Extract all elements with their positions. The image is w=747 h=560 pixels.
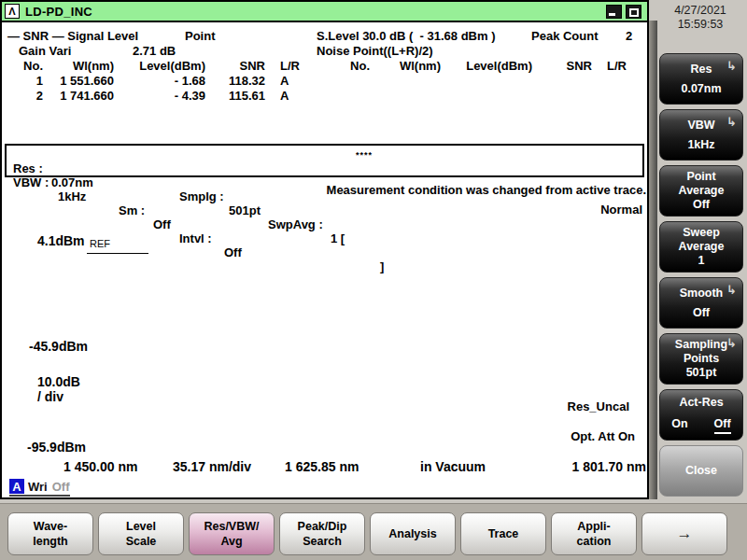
softkey-sweep-label: 1 <box>698 254 705 268</box>
column-header: SNR <box>213 59 265 73</box>
menu-res-vbw-avg-label: Res/VBW/ <box>204 519 259 534</box>
warning-message: Measurement condition was changed from a… <box>2 183 646 197</box>
x-div-label: 35.17 nm/div <box>173 459 251 474</box>
minimize-icon[interactable] <box>606 5 622 19</box>
app-logo-icon: Λ <box>5 4 20 19</box>
softkey-vbw[interactable]: VBW1kHz↳ <box>659 109 743 161</box>
x-center-label: 1 625.85 nm <box>285 459 359 474</box>
swpavg-stars: **** <box>356 150 373 160</box>
intvl-value: Off <box>224 245 242 259</box>
softkey-sampling-label: 501pt <box>686 366 717 380</box>
y-mid-label: -45.9dBm <box>29 339 88 354</box>
peak-count-value: 2 <box>626 29 632 43</box>
softkey-sweep-label: Average <box>679 240 725 254</box>
menu-levelscale-label: Level <box>126 519 156 534</box>
softkey-sampling-label: Sampling <box>675 338 727 352</box>
menu-peak-dipsearch-label: Search <box>303 534 342 549</box>
trace-status: A Wri Off <box>9 479 70 497</box>
softkey-sampling-label: Points <box>684 352 719 366</box>
y-div-label2: / div <box>37 389 63 404</box>
condition-box: Res : 0.07nm Smplg : 501pt SwpAvg : 1 [ … <box>5 144 644 177</box>
more-menu-button[interactable]: → <box>641 512 727 555</box>
softkey-res[interactable]: Res0.07nm↳ <box>659 53 743 105</box>
maximize-icon[interactable] <box>626 5 641 19</box>
softkey-vbw-label: 1kHz <box>687 138 714 152</box>
softkey-vbw-label: VBW <box>687 119 714 133</box>
menu-wave-length[interactable]: Wave-length <box>7 512 93 555</box>
softkey-act-res-option-on[interactable]: On <box>671 417 687 434</box>
menu-wave-length-label: Wave- <box>34 519 67 534</box>
right-arrow-icon: → <box>677 526 693 541</box>
trace-a-badge: A <box>9 479 24 494</box>
submenu-arrow-icon: ↳ <box>726 115 737 129</box>
y-div-label: 10.0dB <box>37 374 80 389</box>
date-label: 4/27/2021 <box>655 4 745 18</box>
datetime: 4/27/2021 15:59:53 <box>655 4 745 32</box>
column-header: Level(dBm) <box>446 59 532 73</box>
column-header: Wl(nm) <box>374 59 441 73</box>
table-row-cell: - 4.39 <box>120 89 205 103</box>
column-header: L/R <box>280 59 312 73</box>
sm-label: Sm : <box>119 203 145 217</box>
ref-line <box>87 253 148 254</box>
column-header: No. <box>338 59 370 73</box>
table-row-cell: 118.32 <box>213 74 265 88</box>
table-row-cell: 1 741.660 <box>47 89 114 103</box>
submenu-arrow-icon: ↳ <box>726 336 737 350</box>
gain-vari-value: 2.71 dB <box>133 44 176 58</box>
table-row-cell: 115.61 <box>213 89 265 103</box>
ref-label: REF <box>90 238 110 249</box>
y-ref-label: 4.1dBm <box>37 233 85 248</box>
column-header: Level(dBm) <box>120 59 205 73</box>
window-title: LD-PD_INC <box>25 5 92 19</box>
sm-value: Off <box>153 217 171 231</box>
softkey-sweep-label: Sweep <box>683 226 720 240</box>
column-header: L/R <box>607 59 639 73</box>
res-uncal-label: Res_Uncal <box>515 399 629 413</box>
table-row-cell: A <box>280 74 312 88</box>
softkey-smooth[interactable]: SmoothOff↳ <box>659 277 743 329</box>
softkey-smooth-label: Off <box>693 306 710 320</box>
menu-trace[interactable]: Trace <box>460 512 546 555</box>
softkey-smooth-label: Smooth <box>680 287 724 301</box>
menu-peak-dipsearch[interactable]: Peak/DipSearch <box>279 512 365 555</box>
trace-off-label: Off <box>52 480 70 494</box>
softkey-point-label: Off <box>693 198 710 212</box>
softkey-sampling[interactable]: SamplingPoints501pt↳ <box>659 333 743 385</box>
x-vacuum-label: in Vacuum <box>420 459 486 474</box>
main-panel: Λ LD-PD_INC — SNR — Signal Level Point S… <box>0 0 649 499</box>
softkey-point-label: Average <box>679 184 725 198</box>
slevel-value: S.Level 30.0 dB ( - 31.68 dBm ) <box>317 29 495 43</box>
softkey-act-res[interactable]: Act-ResOnOff <box>659 389 743 441</box>
column-header: SNR <box>540 59 592 73</box>
softkey-act-res-option-off[interactable]: Off <box>714 417 731 434</box>
opt-att-label: Opt. Att On <box>515 429 635 443</box>
table-row-cell: - 1.68 <box>120 74 205 88</box>
x-end-label: 1 801.70 nm <box>562 459 646 474</box>
x-start-label: 1 450.00 nm <box>63 459 137 474</box>
menu-appli-cation-label: cation <box>577 534 612 549</box>
menu-levelscale[interactable]: LevelScale <box>98 512 184 555</box>
softkey-res-label: Res <box>691 63 712 77</box>
submenu-arrow-icon: ↳ <box>726 283 737 297</box>
softkey-point-label: Point <box>686 170 715 184</box>
submenu-arrow-icon: ↳ <box>726 59 737 73</box>
menu-analysis[interactable]: Analysis <box>370 512 456 555</box>
softkey-close-label: Close <box>685 464 717 478</box>
table-row-cell: A <box>280 89 312 103</box>
menu-appli-cation[interactable]: Appli-cation <box>551 512 637 555</box>
menu-wave-length-label: length <box>33 534 68 549</box>
softkey-res-label: 0.07nm <box>681 82 721 96</box>
snr-title: — SNR — Signal Level <box>7 29 138 43</box>
menu-trace-label: Trace <box>488 526 519 541</box>
softkey-close[interactable]: Close <box>659 445 743 497</box>
menu-analysis-label: Analysis <box>388 526 436 541</box>
trace-mode-label: Normal <box>525 203 642 217</box>
osa-screen: Λ LD-PD_INC — SNR — Signal Level Point S… <box>0 0 747 560</box>
menu-res-vbw-avg[interactable]: Res/VBW/Avg <box>189 512 275 555</box>
time-label: 15:59:53 <box>655 18 745 32</box>
softkey-sweep[interactable]: SweepAverage1 <box>659 221 743 273</box>
title-bar: Λ LD-PD_INC <box>2 2 647 22</box>
menu-res-vbw-avg-label: Avg <box>220 534 242 549</box>
softkey-point[interactable]: PointAverageOff <box>659 165 743 217</box>
